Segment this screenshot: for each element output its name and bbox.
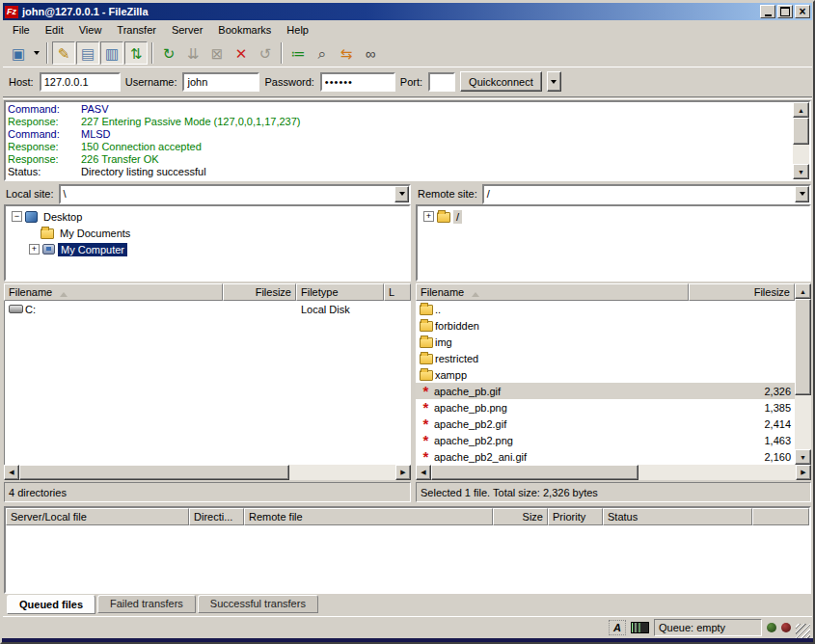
file-row[interactable]: *apache_pb.png 1,385 <box>416 399 795 416</box>
password-input[interactable] <box>320 72 395 92</box>
file-row[interactable]: restricted <box>416 350 795 366</box>
image-file-icon: * <box>420 403 432 413</box>
chevron-down-icon <box>399 189 405 199</box>
image-file-icon: * <box>420 419 432 429</box>
refresh-button[interactable]: ↻ <box>157 41 180 65</box>
toggle-queue-button[interactable]: ⇅ <box>124 41 148 65</box>
menu-server[interactable]: Server <box>164 22 210 38</box>
compare-button[interactable]: ∞ <box>359 41 382 65</box>
remote-site-combobox[interactable]: / <box>482 184 811 204</box>
remote-tree-icon: ▥ <box>105 46 119 61</box>
process-queue-button: ⇊ <box>181 41 204 65</box>
minimize-button[interactable] <box>760 5 775 18</box>
remote-site-dropdown-button[interactable] <box>795 186 809 202</box>
toolbar-divider <box>3 96 812 99</box>
computer-icon <box>42 244 55 255</box>
file-row[interactable]: *apache_pb2.gif 2,414 <box>416 416 795 432</box>
scroll-up-icon[interactable]: ▲ <box>795 283 811 299</box>
scroll-up-icon[interactable]: ▲ <box>793 102 809 118</box>
menu-file[interactable]: File <box>5 22 38 38</box>
scroll-down-icon[interactable]: ▼ <box>795 449 811 465</box>
remote-site-value: / <box>484 188 795 200</box>
remote-hscrollbar[interactable]: ◀ ▶ <box>416 465 811 480</box>
scrollbar-thumb[interactable] <box>793 118 809 145</box>
site-manager-button[interactable]: ▣ <box>7 41 30 65</box>
menu-bookmarks[interactable]: Bookmarks <box>210 22 279 38</box>
tab-successful-transfers[interactable]: Successful transfers <box>198 595 318 613</box>
username-input[interactable] <box>182 72 259 92</box>
toggle-log-button[interactable]: ✎ <box>52 41 75 65</box>
sync-browse-button[interactable]: ⇆ <box>335 41 358 65</box>
tree-item-my-documents[interactable]: My Documents <box>6 225 409 241</box>
expand-icon[interactable] <box>423 211 434 222</box>
local-hscrollbar[interactable]: ◀ ▶ <box>4 465 411 480</box>
column-header-filesize[interactable]: Filesize <box>223 283 296 301</box>
disconnect-button[interactable]: ✕ <box>230 41 253 65</box>
tab-queued-files[interactable]: Queued files <box>7 595 95 614</box>
scrollbar-thumb[interactable] <box>431 465 638 480</box>
local-site-dropdown-button[interactable] <box>394 186 409 202</box>
file-row[interactable]: xampp <box>416 366 795 383</box>
transfer-queue: Server/Local file Directi... Remote file… <box>4 506 811 594</box>
scroll-left-icon[interactable]: ◀ <box>416 465 431 480</box>
site-manager-dropdown-button[interactable] <box>31 41 42 65</box>
tree-item-root[interactable]: / <box>418 208 809 225</box>
queue-column-server-local-file[interactable]: Server/Local file <box>6 508 189 525</box>
toggle-remote-tree-button[interactable]: ▥ <box>100 41 123 65</box>
tab-failed-transfers[interactable]: Failed transfers <box>97 595 196 613</box>
close-button[interactable] <box>795 5 810 18</box>
host-label: Host: <box>9 76 35 88</box>
resize-grip[interactable] <box>796 624 810 638</box>
maximize-button[interactable] <box>777 5 793 18</box>
quickconnect-dropdown-button[interactable] <box>547 71 561 92</box>
file-row-c-drive[interactable]: C: Local Disk <box>5 301 410 317</box>
column-header-filesize[interactable]: Filesize <box>689 283 795 301</box>
queue-column-status[interactable]: Status <box>603 508 752 525</box>
collapse-icon[interactable] <box>12 211 22 222</box>
remote-vscrollbar[interactable]: ▲ ▼ <box>795 283 811 465</box>
tree-item-my-computer[interactable]: My Computer <box>6 241 409 257</box>
column-header-last-modified[interactable]: L <box>384 283 411 301</box>
tree-item-desktop[interactable]: Desktop <box>6 208 409 225</box>
log-scrollbar[interactable]: ▲ ▼ <box>793 102 809 179</box>
column-header-filetype[interactable]: Filetype <box>296 283 384 301</box>
chevron-down-icon <box>551 77 557 87</box>
queue-column-priority[interactable]: Priority <box>548 508 603 525</box>
filter-button[interactable]: ≔ <box>286 41 310 65</box>
expand-icon[interactable] <box>29 244 40 255</box>
menu-view[interactable]: View <box>71 22 110 38</box>
queue-column-filler <box>752 508 809 525</box>
file-row-selected[interactable]: *apache_pb.gif 2,326 <box>416 383 795 399</box>
column-header-filename[interactable]: Filename <box>4 283 223 301</box>
file-row[interactable]: img <box>416 334 795 350</box>
toggle-local-tree-button[interactable]: ▤ <box>76 41 99 65</box>
scrollbar-thumb[interactable] <box>19 465 289 480</box>
file-row[interactable]: *apache_pb2.png 1,463 <box>416 432 795 448</box>
menu-help[interactable]: Help <box>279 22 316 38</box>
menu-edit[interactable]: Edit <box>38 22 71 38</box>
quickconnect-button[interactable]: Quickconnect <box>460 71 542 92</box>
filter-icon: ≔ <box>291 46 306 61</box>
host-input[interactable] <box>40 72 121 92</box>
local-site-combobox[interactable]: \ <box>59 184 411 204</box>
sort-ascending-icon <box>60 288 68 297</box>
file-row[interactable]: forbidden <box>416 317 795 334</box>
queue-column-remote-file[interactable]: Remote file <box>244 508 493 525</box>
file-row[interactable]: .. <box>416 301 795 317</box>
column-header-filename[interactable]: Filename <box>416 283 689 301</box>
scroll-right-icon[interactable]: ▶ <box>796 465 811 480</box>
scrollbar-thumb[interactable] <box>795 299 811 395</box>
scroll-down-icon[interactable]: ▼ <box>793 164 809 179</box>
queue-tabs: Queued files Failed transfers Successful… <box>3 594 812 616</box>
queue-column-direction[interactable]: Directi... <box>189 508 244 525</box>
scroll-left-icon[interactable]: ◀ <box>4 465 19 480</box>
search-icon: ⌕ <box>318 46 326 61</box>
file-row[interactable]: *apache_pb2_ani.gif 2,160 <box>416 448 795 465</box>
menu-transfer[interactable]: Transfer <box>109 22 164 38</box>
port-input[interactable] <box>428 72 455 92</box>
scroll-right-icon[interactable]: ▶ <box>395 465 411 480</box>
binoculars-icon: ∞ <box>366 46 376 61</box>
search-button[interactable]: ⌕ <box>311 41 334 65</box>
queue-column-size[interactable]: Size <box>493 508 548 525</box>
filezilla-window: Fz john@127.0.0.1 - FileZilla File Edit … <box>0 0 815 644</box>
